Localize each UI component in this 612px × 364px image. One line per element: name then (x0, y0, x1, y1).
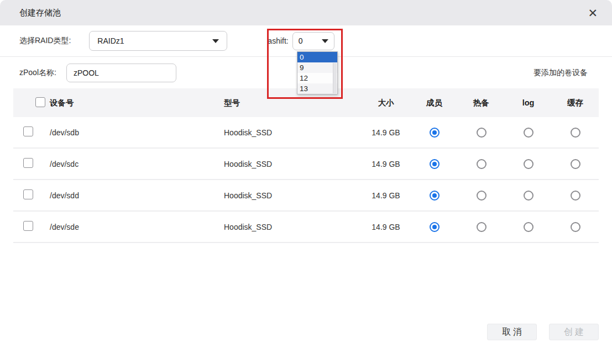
role-cell-spare (458, 190, 505, 200)
radio-member[interactable] (430, 159, 440, 169)
radio-member[interactable] (430, 128, 440, 138)
role-cell-cache (552, 127, 599, 137)
raid-type-label: 选择RAID类型: (19, 36, 71, 46)
radio-member[interactable] (430, 191, 440, 201)
devices-hint-label: 要添加的卷设备 (533, 68, 612, 78)
ashift-dropdown-list: 091213 (297, 51, 338, 94)
device-size: 14.9 GB (361, 191, 411, 200)
ashift-value: 0 (299, 36, 303, 45)
column-header: log (505, 98, 552, 107)
device-name: /dev/sdc (38, 160, 212, 168)
device-model: Hoodisk_SSD (212, 191, 361, 200)
column-header: 设备号 (38, 98, 212, 108)
column-header: 热备 (458, 98, 505, 108)
dropdown-scrollbar[interactable] (333, 63, 337, 93)
role-cell-log (505, 190, 552, 200)
raid-type-value: RAIDz1 (97, 36, 124, 45)
row-checkbox[interactable] (23, 221, 33, 231)
role-cell-spare (458, 159, 505, 168)
table-row: /dev/sdcHoodisk_SSD14.9 GB (13, 149, 599, 180)
row-checkbox[interactable] (23, 126, 33, 136)
chevron-down-icon (322, 39, 328, 43)
cancel-button[interactable]: 取消 (487, 324, 537, 340)
row-checkbox[interactable] (23, 158, 33, 168)
radio-log[interactable] (524, 128, 533, 138)
radio-member[interactable] (430, 222, 440, 232)
device-model: Hoodisk_SSD (212, 223, 361, 231)
device-name: /dev/sdd (38, 191, 212, 200)
radio-spare[interactable] (477, 222, 487, 232)
radio-cache[interactable] (571, 191, 580, 201)
device-size: 14.9 GB (361, 128, 411, 137)
zpool-name-label: zPool名称: (19, 68, 56, 78)
radio-spare[interactable] (477, 159, 487, 169)
role-cell-cache (552, 190, 599, 200)
radio-cache[interactable] (571, 222, 580, 232)
ashift-label: ashift: (268, 36, 288, 45)
ashift-option[interactable]: 12 (297, 73, 337, 83)
device-name: /dev/sdb (38, 128, 212, 137)
radio-spare[interactable] (477, 128, 487, 138)
table-row: /dev/sdeHoodisk_SSD14.9 GB (13, 212, 599, 243)
role-cell-spare (458, 127, 505, 137)
device-table: 设备号型号大小成员热备log缓存 /dev/sdbHoodisk_SSD14.9… (13, 88, 599, 243)
create-storage-pool-dialog: 创建存储池 ✕ 选择RAID类型: RAIDz1 ashift: 0 zPool… (0, 0, 612, 364)
ashift-group: ashift: 0 (268, 32, 334, 50)
zpool-name-input[interactable] (66, 64, 176, 82)
role-cell-log (505, 159, 552, 168)
row-checkbox[interactable] (23, 189, 33, 199)
role-cell-log (505, 127, 552, 137)
role-cell-member (411, 127, 458, 137)
role-cell-spare (458, 221, 505, 231)
radio-log[interactable] (524, 191, 533, 201)
device-name: /dev/sde (38, 223, 212, 231)
column-header: 缓存 (552, 98, 599, 108)
device-size: 14.9 GB (361, 160, 411, 168)
radio-log[interactable] (524, 222, 533, 232)
device-size: 14.9 GB (361, 223, 411, 231)
column-header: 大小 (361, 98, 411, 108)
row-checkbox-cell (13, 158, 38, 170)
raid-type-select[interactable]: RAIDz1 (89, 31, 227, 51)
create-button[interactable]: 创建 (549, 324, 599, 340)
table-row: /dev/sddHoodisk_SSD14.9 GB (13, 180, 599, 212)
role-cell-log (505, 221, 552, 231)
role-cell-cache (552, 159, 599, 168)
ashift-options-container: 091213 (297, 52, 337, 94)
dialog-footer: 取消 创建 (487, 324, 599, 340)
row-checkbox-cell (13, 189, 38, 201)
role-cell-member (411, 221, 458, 231)
device-model: Hoodisk_SSD (212, 160, 361, 168)
ashift-option[interactable]: 13 (297, 83, 337, 94)
role-cell-member (411, 159, 458, 168)
radio-cache[interactable] (571, 128, 580, 138)
ashift-option[interactable]: 0 (297, 52, 337, 62)
header-checkbox-cell (13, 97, 38, 109)
column-header: 成员 (411, 98, 458, 108)
row-checkbox-cell (13, 221, 38, 233)
dialog-titlebar: 创建存储池 ✕ (0, 0, 612, 25)
radio-log[interactable] (524, 159, 533, 169)
role-cell-cache (552, 221, 599, 231)
column-header: 型号 (212, 98, 361, 108)
ashift-select[interactable]: 0 (292, 32, 334, 50)
row-checkbox-cell (13, 126, 38, 138)
dialog-title: 创建存储池 (19, 8, 61, 18)
role-cell-member (411, 190, 458, 200)
table-row: /dev/sdbHoodisk_SSD14.9 GB (13, 117, 599, 149)
device-model: Hoodisk_SSD (212, 128, 361, 137)
ashift-option[interactable]: 9 (297, 62, 337, 73)
device-table-body: /dev/sdbHoodisk_SSD14.9 GB/dev/sdcHoodis… (13, 117, 599, 243)
radio-spare[interactable] (477, 191, 487, 201)
close-icon[interactable]: ✕ (585, 6, 600, 20)
radio-cache[interactable] (571, 159, 580, 169)
chevron-down-icon (212, 39, 219, 43)
